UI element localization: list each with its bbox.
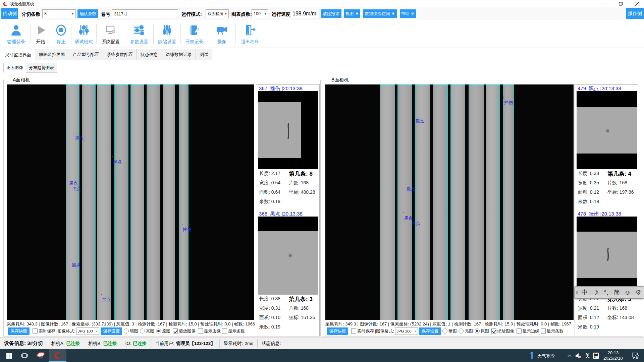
save-settings-button[interactable]: 保存设置 — [419, 327, 441, 335]
action-play[interactable]: 开始 — [31, 20, 51, 48]
defect-annotation: 挫伤 — [504, 100, 513, 106]
task-view-button[interactable] — [19, 349, 30, 362]
action-system[interactable]: 系统配置 — [97, 20, 125, 48]
confirm-count-button[interactable]: 确认条数 — [77, 9, 98, 18]
action-defect[interactable]: 缺陷设置 — [154, 20, 180, 48]
ime-drag-handle[interactable]: ‖ — [575, 290, 579, 295]
image-format-select[interactable]: JPG 100∨ — [395, 327, 418, 335]
subtab-1[interactable]: 分布趋势图表 — [26, 63, 57, 73]
app-taskbar-tile[interactable] — [49, 349, 66, 362]
save-settings-button[interactable]: 保存设置 — [101, 327, 122, 335]
ime-indicator[interactable]: 拼 — [593, 353, 599, 359]
action-exit[interactable]: 退出程序 — [236, 20, 264, 48]
svg-text:6: 6 — [636, 355, 638, 359]
ime-settings-icon[interactable]: ⚙ — [633, 289, 644, 296]
run-speed-label: 运行速度: — [272, 11, 292, 17]
thermometer-icon[interactable] — [528, 349, 536, 362]
tab-5[interactable]: 边缘数据记录 — [162, 49, 196, 60]
log-icon — [187, 23, 201, 38]
check-1[interactable]: 显示边缘 — [517, 328, 539, 334]
defect-mark — [71, 259, 71, 260]
defect-mark — [71, 183, 72, 184]
stat-3: 米数: 0.19 — [578, 324, 599, 330]
minimize-button[interactable] — [600, 0, 610, 7]
action-log[interactable]: 日志记录 — [181, 20, 208, 48]
notification-icon[interactable]: 6 — [630, 349, 641, 362]
image-format-label: |图像格式: — [56, 328, 75, 334]
quick-access-menu-button[interactable]: 数据快捷访问 ▼ — [363, 9, 397, 18]
save-snapshot-button[interactable]: 保存快照 — [8, 327, 30, 335]
defect-mark — [74, 133, 75, 133]
action-stop[interactable]: 停止 — [51, 20, 71, 48]
action-debug[interactable]: 调试模式 — [71, 20, 96, 48]
main-tabs: 尺寸监控界面缺陷监控界面产品型号配置系统参数配置状态信息边缘数据记录测试 — [0, 49, 644, 60]
snipping-tool-icon[interactable]: ✂ — [35, 349, 47, 362]
help-menu-button[interactable]: 帮助 ▼ — [400, 9, 416, 18]
check-1[interactable]: 显示边缘 — [198, 328, 221, 334]
stat-3: 米数: 0.19 — [259, 199, 280, 205]
stat-coord: 坐标: 197.86 — [607, 189, 634, 195]
panel-status-line: 采集耗时: 349.3 | 图像计数: 167 | 像素坐标: (5202,24… — [325, 321, 571, 327]
realtime-save-checkbox[interactable]: 实时保存 — [351, 328, 374, 334]
tray-expand-icon[interactable] — [566, 349, 573, 362]
weather-text[interactable]: 天气寒冷 — [537, 353, 555, 359]
radio-0[interactable]: 暗图 — [442, 328, 457, 334]
action-params[interactable]: 参数设置 — [125, 20, 153, 48]
defect-annotation: 黑点 — [113, 159, 122, 165]
save-snapshot-button[interactable]: 保存快照 — [327, 327, 348, 335]
ime-emoji-icon[interactable]: ☺ — [622, 289, 633, 296]
run-mode-select[interactable]: 双面检测▼ — [206, 9, 229, 18]
action-camera[interactable]: 摄像 — [208, 20, 235, 48]
ime-moon-icon[interactable]: ☽ — [590, 289, 601, 296]
camera-b-status: 相机B:已连接 — [84, 338, 121, 349]
operate-side-button[interactable]: 操作侧 — [626, 8, 644, 19]
debug-icon — [77, 23, 91, 38]
radio-2[interactable]: 原图 — [156, 328, 170, 334]
radio-0[interactable]: 暗图 — [124, 328, 138, 334]
ime-punctuation[interactable]: °, — [601, 289, 611, 296]
realtime-save-checkbox[interactable]: 实时保存 — [33, 328, 55, 334]
film-strip — [486, 84, 500, 320]
tab-0[interactable]: 尺寸监控界面 — [1, 49, 35, 61]
close-button[interactable] — [632, 0, 642, 7]
slit-count-select[interactable]: 8▼ — [42, 9, 76, 18]
tab-3[interactable]: 系统参数配置 — [103, 49, 137, 60]
radio-2[interactable]: 原图 — [475, 328, 489, 334]
action-user[interactable]: 管理登录 — [2, 20, 30, 48]
language-indicator[interactable]: 英 — [585, 353, 590, 359]
defect-mark — [182, 224, 182, 225]
defect-streak — [285, 122, 291, 142]
radio-1[interactable]: 亮图 — [459, 328, 473, 334]
check-0[interactable]: 缩放图像 — [173, 328, 196, 334]
check-2[interactable]: 显示条数 — [541, 328, 564, 334]
camera-image-a: 黑点黑点黑点黑点挫伤黑点黑点 — [7, 84, 254, 320]
subtab-0[interactable]: 正面图像 — [3, 63, 26, 73]
roll-input[interactable]: 3117-1 — [112, 9, 178, 18]
restore-button[interactable] — [616, 0, 626, 7]
action-label: 开始 — [36, 39, 45, 45]
check-0[interactable]: 缩放图像 — [491, 328, 514, 334]
start-button[interactable] — [4, 349, 14, 362]
tab-6[interactable]: 测试 — [196, 49, 212, 60]
defect-gray-area — [258, 231, 318, 295]
image-format-select[interactable]: JPG 100∨ — [76, 327, 99, 335]
chart-points-select[interactable]: 100▼ — [252, 9, 268, 18]
radio-1[interactable]: 亮图 — [140, 328, 154, 334]
clear-alarm-button[interactable]: 清除报警 — [321, 9, 341, 18]
view-menu-button[interactable]: 视图 ▼ — [344, 9, 360, 18]
ime-toolbar[interactable]: ‖ 中 ☽ °, 简 ☺ ⚙ — [574, 286, 644, 299]
check-2[interactable]: 显示条数 — [222, 328, 245, 334]
tab-4[interactable]: 状态信息 — [137, 49, 162, 60]
title-bar: 视觉检测系统 — [0, 0, 644, 7]
defect-card-column: 367 挫伤 |20:13:38长度: 2.17宽度: 0.54面积: 0.64… — [256, 84, 320, 336]
volume-muted-icon[interactable] — [574, 349, 583, 362]
drive-side-button[interactable]: 传动侧 — [1, 8, 18, 19]
tab-2[interactable]: 产品型号配置 — [69, 49, 103, 60]
stat-strip: 第几条: 3 — [289, 295, 313, 303]
action-label: 缺陷设置 — [158, 39, 176, 45]
taskbar-clock[interactable]: 20:132025/2/10 — [600, 350, 627, 361]
action-icon-bar: 管理登录开始停止调试模式系统配置参数设置缺陷设置日志记录摄像退出程序 — [0, 20, 644, 48]
ime-chinese-mode[interactable]: 中 — [579, 288, 590, 297]
ime-simplified[interactable]: 简 — [611, 288, 622, 297]
tab-1[interactable]: 缺陷监控界面 — [35, 49, 69, 60]
